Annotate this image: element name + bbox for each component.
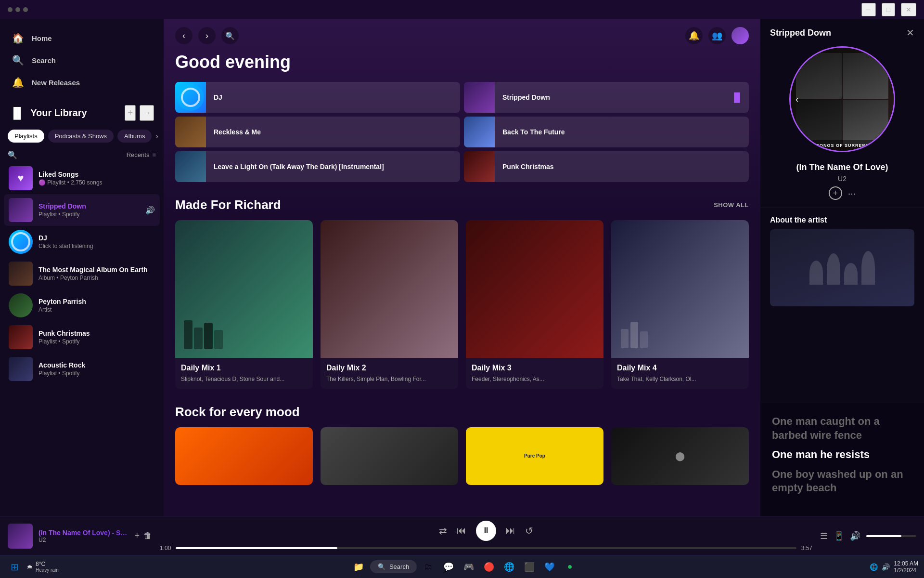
sidebar-search-label: Search	[32, 56, 56, 65]
peyton-sub: Artist	[38, 306, 155, 313]
quick-pick-leave[interactable]: Leave a Light On (Talk Away The Dark) [I…	[175, 151, 460, 182]
taskbar-folder-icon[interactable]: 🗂	[420, 558, 437, 576]
quick-pick-dj[interactable]: DJ	[175, 82, 460, 113]
sidebar-item-home[interactable]: 🏠 Home	[8, 27, 156, 49]
library-item-stripped-down[interactable]: Stripped Down Playlist • Spotify 🔊	[4, 194, 160, 226]
notifications-button[interactable]: 🔔	[685, 27, 703, 44]
show-all-made-for[interactable]: Show all	[714, 201, 749, 209]
np-more-button[interactable]: ···	[848, 188, 856, 199]
mix1-info: Daily Mix 1 Slipknot, Tenacious D, Stone…	[175, 358, 313, 389]
rock-card-1[interactable]	[175, 427, 313, 485]
player-time-total: 3:57	[801, 545, 812, 552]
repeat-button[interactable]: ↺	[525, 525, 533, 537]
pin-search-button[interactable]: 🔍	[221, 27, 239, 44]
devices-button[interactable]: 📱	[834, 531, 844, 541]
taskbar-discord-icon[interactable]: 💬	[440, 558, 457, 576]
shuffle-button[interactable]: ⇄	[439, 525, 447, 537]
minimize-button[interactable]: ─	[861, 3, 876, 16]
rock-cards-row	[175, 427, 749, 485]
daily-mix-1-card[interactable]: Daily Mix 1 Slipknot, Tenacious D, Stone…	[175, 220, 313, 389]
daily-mix-4-card[interactable]: Daily Mix 4 Take That, Kelly Clarkson, O…	[611, 220, 749, 389]
library-item-acoustic-rock[interactable]: Acoustic Rock Playlist • Spotify	[4, 353, 160, 385]
next-button[interactable]: ⏭	[506, 525, 515, 536]
now-playing-actions: + ···	[770, 186, 914, 200]
filter-chevron-icon[interactable]: ›	[155, 132, 158, 141]
lyric-line-1: One man caught on a barbed wire fence	[772, 415, 912, 442]
taskbar-app1-icon[interactable]: 🎮	[460, 558, 477, 576]
volume-slider[interactable]	[866, 535, 916, 537]
filter-podcasts[interactable]: Podcasts & Shows	[48, 130, 114, 143]
quick-pick-punk-art	[464, 151, 495, 182]
sidebar: 🏠 Home 🔍 Search 🔔 New Releases ▐▌ Your L…	[0, 19, 164, 516]
library-item-punk-christmas[interactable]: Punk Christmas Playlist • Spotify	[4, 321, 160, 353]
panel-header: Stripped Down ✕	[760, 19, 924, 46]
library-item-magical[interactable]: The Most Magical Album On Earth Album • …	[4, 258, 160, 289]
lyric-line-2: One man he resists	[772, 448, 912, 462]
np-add-button[interactable]: +	[829, 186, 842, 200]
back-button[interactable]: ‹	[175, 27, 192, 44]
quick-pick-reckless[interactable]: Reckless & Me	[175, 117, 460, 147]
rock-card-2[interactable]	[321, 427, 458, 485]
dj-art	[9, 230, 33, 254]
player-remove-button[interactable]: 🗑	[143, 531, 152, 541]
filter-playlists[interactable]: Playlists	[8, 130, 44, 143]
acoustic-rock-name: Acoustic Rock	[38, 361, 155, 369]
volume-button[interactable]: 🔊	[850, 531, 860, 541]
queue-button[interactable]: ☰	[820, 531, 828, 541]
user-avatar[interactable]	[732, 27, 749, 44]
mix3-info: Daily Mix 3 Feeder, Stereophonics, As...	[466, 358, 603, 389]
forward-button[interactable]: ›	[198, 27, 216, 44]
daily-mix-2-card[interactable]: Daily Mix 2 The Killers, Simple Plan, Bo…	[321, 220, 458, 389]
quick-pick-btf[interactable]: Back To The Future	[464, 117, 749, 147]
rock-card-4[interactable]	[611, 427, 749, 485]
library-item-peyton[interactable]: Peyton Parrish Artist	[4, 289, 160, 321]
taskbar-chrome-icon[interactable]: 🌐	[500, 558, 518, 576]
taskbar-datetime[interactable]: 12:05 AM 1/2/2024	[894, 560, 918, 574]
player-add-button[interactable]: +	[134, 531, 140, 541]
magical-name: The Most Magical Album On Earth	[38, 266, 155, 274]
sidebar-item-new-releases[interactable]: 🔔 New Releases	[8, 71, 156, 93]
taskbar-volume-icon[interactable]: 🔊	[882, 563, 890, 571]
taskbar-network-icon[interactable]: 🌐	[870, 563, 878, 571]
close-button[interactable]: ✕	[901, 3, 916, 16]
progress-track[interactable]	[176, 547, 796, 549]
library-add-button[interactable]: +	[125, 105, 136, 121]
panel-close-button[interactable]: ✕	[906, 27, 914, 39]
player-progress-bar[interactable]: 1:00 3:57	[160, 545, 812, 552]
now-playing-artist: U2	[770, 175, 914, 183]
play-pause-button[interactable]: ⏸	[476, 521, 496, 541]
library-header: ▐▌ Your Library + →	[0, 101, 164, 125]
right-panel: Stripped Down ✕ U2 SONGS OF SURRENDER ‹ …	[760, 19, 924, 516]
taskbar-vscode-icon[interactable]: 💙	[541, 558, 558, 576]
sidebar-item-search[interactable]: 🔍 Search	[8, 49, 156, 71]
library-expand-button[interactable]: →	[140, 105, 154, 121]
filter-albums[interactable]: Albums	[117, 130, 152, 143]
library-recents-sort[interactable]: Recents ≡	[127, 151, 156, 158]
taskbar-search-button[interactable]: 🔍 Search	[370, 560, 417, 573]
start-button[interactable]: ⊞	[6, 558, 23, 576]
taskbar-search-label: Search	[389, 563, 409, 570]
previous-button[interactable]: ⏮	[457, 525, 466, 536]
player-playback-buttons: ⇄ ⏮ ⏸ ⏭ ↺	[439, 521, 533, 541]
library-search-icon[interactable]: 🔍	[8, 150, 17, 159]
taskbar-terminal-icon[interactable]: ⬛	[521, 558, 538, 576]
library-filters: Playlists Podcasts & Shows Albums ›	[0, 125, 164, 147]
library-icon: ▐▌	[10, 107, 25, 119]
library-item-liked-songs[interactable]: Liked Songs 🟣 Playlist • 2,750 songs	[4, 162, 160, 194]
rock-card-3[interactable]	[466, 427, 603, 485]
weather-widget[interactable]: 🌧 8°C Heavy rain	[27, 561, 59, 573]
quick-pick-punk[interactable]: Punk Christmas	[464, 151, 749, 182]
quick-pick-dj-name: DJ	[206, 93, 460, 101]
daily-mix-3-card[interactable]: Daily Mix 3 Feeder, Stereophonics, As...	[466, 220, 603, 389]
friends-button[interactable]: 👥	[708, 27, 726, 44]
taskbar-app2-icon[interactable]: 🔴	[480, 558, 498, 576]
playing-equalizer-icon: ▐▌	[731, 92, 743, 103]
taskbar-spotify-icon[interactable]: ●	[561, 558, 578, 576]
maximize-button[interactable]: □	[882, 3, 895, 16]
library-item-dj[interactable]: DJ Click to start listening	[4, 226, 160, 258]
quick-pick-stripped[interactable]: Stripped Down ▐▌	[464, 82, 749, 113]
player-track-artist: U2	[38, 537, 128, 543]
taskbar-files-icon[interactable]: 📁	[350, 558, 367, 576]
panel-prev-icon[interactable]: ‹	[796, 94, 798, 105]
about-artist-title: About the artist	[770, 216, 914, 224]
